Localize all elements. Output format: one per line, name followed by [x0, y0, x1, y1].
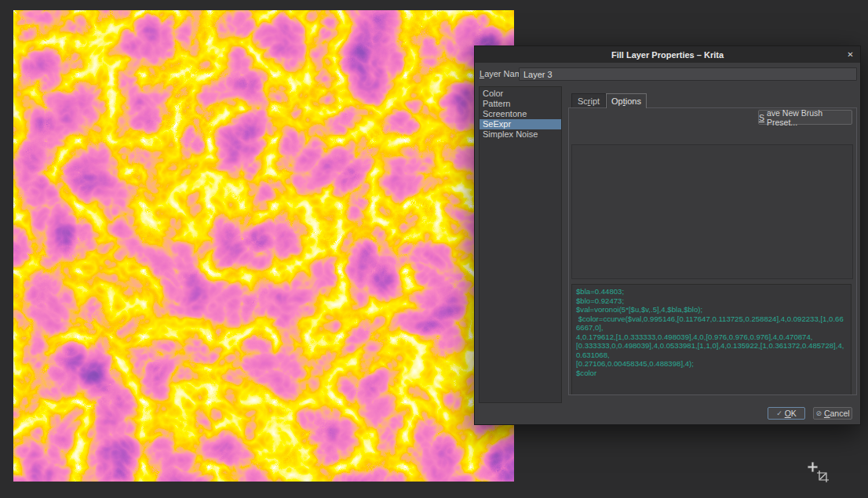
- check-icon: ✓: [776, 409, 782, 417]
- dialog-title: Fill Layer Properties – Krita: [611, 50, 724, 60]
- ok-button-label: OK: [785, 409, 797, 418]
- fill-layer-properties-dialog: Fill Layer Properties – Krita ✕ Layer Na…: [474, 45, 861, 425]
- krita-application-window: Fill Layer Properties – Krita ✕ Layer Na…: [0, 0, 868, 498]
- tab-script[interactable]: Script: [571, 93, 606, 107]
- list-item-seexpr[interactable]: SeExpr: [480, 119, 561, 129]
- ok-button[interactable]: ✓ OK: [768, 407, 805, 420]
- list-item-color[interactable]: Color: [480, 89, 561, 99]
- tab-options[interactable]: Options: [606, 93, 647, 108]
- transform-tool-cursor-icon: [816, 470, 830, 483]
- cancel-button-label: Cancel: [824, 409, 850, 418]
- list-item-simplex-noise[interactable]: Simplex Noise: [480, 129, 561, 140]
- voronoi-noise-pattern: [13, 10, 514, 482]
- list-item-pattern[interactable]: Pattern: [480, 99, 561, 109]
- layer-name-input[interactable]: [519, 67, 857, 81]
- cancel-button[interactable]: ⊘ Cancel: [813, 407, 852, 420]
- generator-list[interactable]: Color Pattern Screentone SeExpr Simplex …: [479, 86, 562, 403]
- cancel-circle-icon: ⊘: [815, 409, 822, 417]
- close-icon[interactable]: ✕: [844, 49, 856, 60]
- dialog-titlebar[interactable]: Fill Layer Properties – Krita: [475, 46, 860, 63]
- variables-frame: [571, 144, 853, 279]
- list-item-screentone[interactable]: Screentone: [480, 109, 561, 119]
- canvas-seexpr-fill-layer[interactable]: [13, 10, 514, 482]
